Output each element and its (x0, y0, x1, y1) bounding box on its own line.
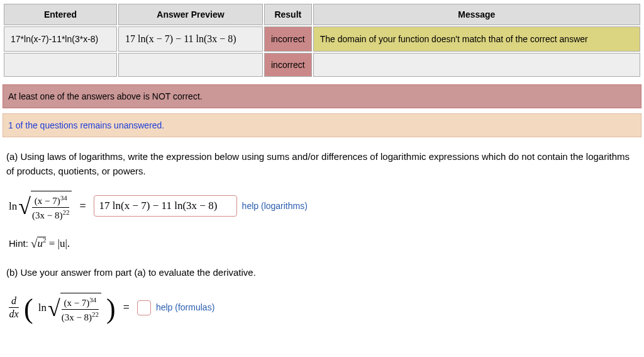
cell-entered (4, 53, 117, 77)
numerator: (x − 7)34 (32, 194, 69, 208)
equals-sign: = (123, 299, 130, 316)
hint: Hint: √u2 = |u|. (9, 234, 635, 252)
equals-sign: = (79, 198, 86, 215)
ln-label: ln (9, 198, 17, 215)
part-a-text: (a) Using laws of logarithms, write the … (6, 150, 638, 178)
part-a-expression-row: ln √ (x − 7)34 (3x − 8)22 = help (logari… (9, 191, 635, 222)
help-formulas-link[interactable]: help (formulas) (156, 301, 214, 314)
cell-message (313, 53, 640, 77)
d-dx: d dx (9, 296, 19, 319)
cell-preview: 17 ln(x − 7) − 11 ln(3x − 8) (118, 26, 263, 52)
help-logarithms-link[interactable]: help (logarithms) (242, 200, 308, 213)
inner-expression: ln √ (x − 7)34 (3x − 8)22 (38, 293, 101, 324)
hint-math: √u2 = |u|. (31, 237, 70, 249)
hint-label: Hint: (9, 238, 31, 249)
col-preview: Answer Preview (118, 4, 263, 25)
numerator: (x − 7)34 (62, 296, 99, 310)
radicand: (x − 7)34 (3x − 8)22 (31, 191, 72, 222)
cell-entered: 17*ln(x-7)-11*ln(3*x-8) (4, 26, 117, 52)
cell-result: incorrect (264, 53, 312, 77)
sqrt-wrap: √ (x − 7)34 (3x − 8)22 (18, 191, 72, 222)
denominator: (3x − 8)22 (32, 208, 69, 221)
lhs-expression: ln √ (x − 7)34 (3x − 8)22 (9, 191, 72, 222)
ln-label: ln (38, 300, 47, 316)
radicand: (x − 7)34 (3x − 8)22 (60, 293, 101, 324)
cell-message: The domain of your function doesn't matc… (313, 26, 640, 52)
part-b-expression-row: d dx ( ln √ (x − 7)34 (3x − 8)22 ) = hel… (9, 293, 635, 324)
table-header-row: Entered Answer Preview Result Message (4, 4, 640, 25)
denominator: (3x − 8)22 (62, 310, 99, 323)
alert-unanswered: 1 of the questions remains unanswered. (3, 113, 641, 137)
col-message: Message (313, 4, 640, 25)
cell-result: incorrect (264, 26, 312, 52)
question-body: (a) Using laws of logarithms, write the … (3, 146, 641, 323)
fraction: (x − 7)34 (3x − 8)22 (32, 194, 69, 222)
results-table: Entered Answer Preview Result Message 17… (3, 3, 641, 78)
dx-label: dx (9, 308, 19, 319)
cell-preview (118, 53, 263, 77)
table-row: incorrect (4, 53, 640, 77)
sqrt-wrap: √ (x − 7)34 (3x − 8)22 (48, 293, 101, 324)
answer-input-a[interactable] (94, 195, 237, 217)
alert-error: At least one of the answers above is NOT… (3, 84, 641, 108)
answer-input-b[interactable] (137, 300, 151, 315)
col-result: Result (264, 4, 312, 25)
table-row: 17*ln(x-7)-11*ln(3*x-8) 17 ln(x − 7) − 1… (4, 26, 640, 52)
fraction: (x − 7)34 (3x − 8)22 (62, 296, 99, 324)
d-label: d (9, 296, 19, 308)
col-entered: Entered (4, 4, 117, 25)
part-b-text: (b) Use your answer from part (a) to eva… (6, 266, 638, 280)
